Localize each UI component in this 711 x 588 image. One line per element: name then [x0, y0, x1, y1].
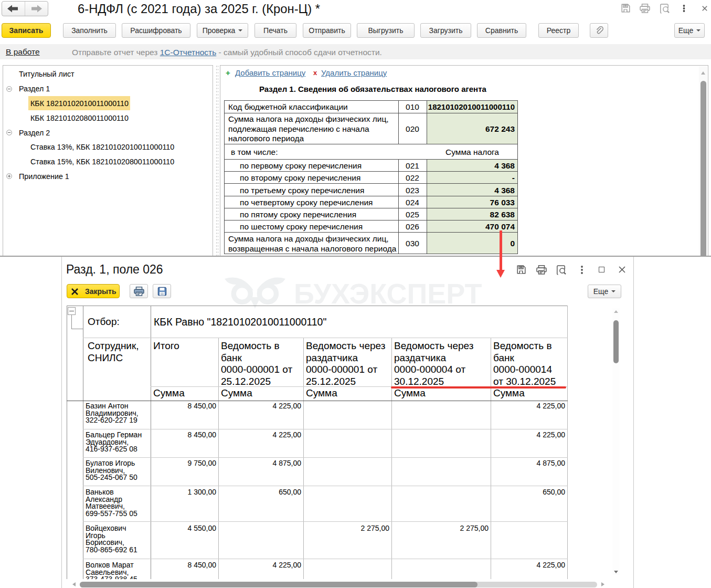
svg-text:БУХЭКСПЕРТ: БУХЭКСПЕРТ — [294, 278, 482, 309]
